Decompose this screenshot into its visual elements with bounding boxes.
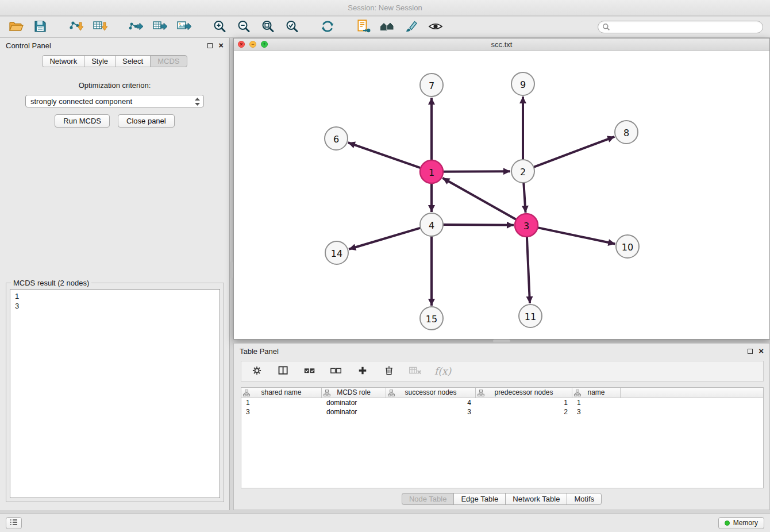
delete-column-button[interactable]: [382, 364, 396, 379]
float-panel-icon[interactable]: [207, 43, 213, 48]
search-input[interactable]: [598, 21, 763, 33]
import-table-button[interactable]: [91, 18, 109, 36]
attribute-tree-icon: [324, 390, 330, 399]
table-toolbar: f(x): [241, 361, 764, 381]
tab-style[interactable]: Style: [84, 55, 116, 67]
export-network-button[interactable]: [126, 18, 145, 36]
export-image-button[interactable]: [175, 18, 193, 36]
two-houses-icon: [379, 20, 395, 35]
table-row[interactable]: 3dominator323: [241, 407, 763, 417]
edge-3-1[interactable]: [442, 178, 516, 219]
network-window-titlebar[interactable]: × − + scc.txt: [234, 38, 769, 51]
function-builder-button[interactable]: f(x): [434, 365, 451, 377]
open-folder-icon: [9, 20, 24, 35]
edge-4-14[interactable]: [349, 228, 421, 249]
close-window-icon[interactable]: ×: [238, 41, 245, 48]
column-header-shared-name[interactable]: shared name: [241, 388, 322, 398]
close-panel-icon[interactable]: ×: [218, 41, 224, 49]
plus-icon: [357, 365, 368, 378]
criterion-selected-value: strongly connected component: [30, 97, 132, 106]
criterion-dropdown[interactable]: strongly connected component: [25, 95, 204, 107]
node-9[interactable]: 9: [511, 72, 534, 95]
column-header-successor-nodes[interactable]: successor nodes: [386, 388, 476, 398]
close-panel-button[interactable]: Close panel: [118, 114, 175, 128]
tab-mcds[interactable]: MCDS: [150, 55, 187, 67]
style-brush-button[interactable]: [402, 18, 421, 36]
svg-text:11: 11: [525, 311, 536, 322]
tab-motifs[interactable]: Motifs: [567, 493, 602, 505]
tab-network-table[interactable]: Network Table: [505, 493, 567, 505]
export-table-button[interactable]: [151, 18, 169, 36]
minimize-window-icon[interactable]: −: [249, 41, 256, 48]
svg-text:8: 8: [623, 128, 629, 138]
column-header-mcds-role[interactable]: MCDS role: [322, 388, 386, 398]
zoom-out-button[interactable]: [234, 18, 253, 36]
table-panel: Table Panel × f(x) shared nameMCDS roles…: [233, 343, 770, 510]
show-columns-button[interactable]: [276, 364, 291, 379]
export-image-icon: [176, 20, 191, 35]
zoom-in-button[interactable]: [210, 18, 229, 36]
node-4[interactable]: 4: [420, 213, 443, 236]
table-settings-button[interactable]: [249, 364, 264, 379]
tab-select[interactable]: Select: [115, 55, 151, 67]
edge-1-6[interactable]: [348, 142, 421, 168]
node-7[interactable]: 7: [420, 74, 443, 97]
mcds-result-list[interactable]: 13: [10, 289, 220, 498]
edge-3-11[interactable]: [527, 237, 530, 303]
network-canvas[interactable]: 7968124314101511: [234, 51, 769, 339]
node-2[interactable]: 2: [511, 160, 534, 183]
save-session-button[interactable]: [31, 18, 49, 36]
status-menu-button[interactable]: [6, 517, 22, 529]
trash-icon: [383, 365, 395, 378]
edge-2-3[interactable]: [523, 183, 525, 213]
delete-table-button[interactable]: [408, 364, 423, 379]
column-header-predecessor-nodes[interactable]: predecessor nodes: [476, 388, 572, 398]
show-hide-button[interactable]: [426, 18, 445, 36]
deselect-all-columns-button[interactable]: [329, 364, 344, 379]
node-10[interactable]: 10: [616, 235, 639, 258]
first-neighbors-button[interactable]: [378, 18, 396, 36]
horizontal-splitter-handle[interactable]: [493, 340, 510, 342]
attribute-tree-icon: [478, 390, 484, 399]
vertical-splitter-handle[interactable]: [230, 261, 233, 279]
float-table-panel-icon[interactable]: [748, 349, 753, 354]
network-file-button[interactable]: [354, 18, 372, 36]
node-3[interactable]: 3: [515, 214, 538, 237]
network-file-icon: [356, 19, 371, 36]
node-6[interactable]: 6: [325, 127, 348, 150]
unchecked-boxes-icon: [330, 365, 342, 378]
tab-edge-table[interactable]: Edge Table: [453, 493, 506, 505]
refresh-button[interactable]: [318, 18, 337, 36]
create-column-button[interactable]: [355, 364, 370, 379]
edge-2-8[interactable]: [534, 137, 615, 167]
open-file-button[interactable]: [7, 18, 25, 36]
tab-network[interactable]: Network: [42, 55, 84, 67]
zoom-selected-button[interactable]: [283, 18, 301, 36]
select-all-columns-button[interactable]: [302, 364, 317, 379]
node-1[interactable]: 1: [420, 160, 443, 183]
table-cell: 3: [241, 407, 322, 417]
edge-3-10[interactable]: [538, 228, 615, 244]
zoom-fit-button[interactable]: [259, 18, 277, 36]
column-header-name[interactable]: name: [572, 388, 621, 398]
tab-node-table[interactable]: Node Table: [402, 493, 455, 505]
table-delete-icon: [409, 365, 422, 378]
node-11[interactable]: 11: [519, 304, 542, 327]
edge-4-3[interactable]: [443, 225, 514, 225]
node-14[interactable]: 14: [325, 241, 348, 264]
table-cell: 1: [241, 398, 322, 407]
svg-text:2: 2: [520, 167, 526, 178]
node-15[interactable]: 15: [420, 307, 443, 330]
column-header-label: predecessor nodes: [494, 388, 553, 396]
table-cell: 3: [572, 407, 621, 417]
maximize-window-icon[interactable]: +: [261, 41, 268, 48]
svg-text:1: 1: [429, 167, 434, 178]
close-table-panel-icon[interactable]: ×: [759, 347, 764, 355]
import-network-button[interactable]: [67, 18, 85, 36]
table-row[interactable]: 1dominator411: [241, 398, 763, 407]
edge-1-2[interactable]: [443, 171, 510, 172]
mcds-result-box: MCDS result (2 nodes) 13: [6, 283, 224, 502]
memory-button[interactable]: Memory: [718, 517, 764, 529]
node-8[interactable]: 8: [615, 121, 638, 144]
run-mcds-button[interactable]: Run MCDS: [55, 114, 110, 128]
